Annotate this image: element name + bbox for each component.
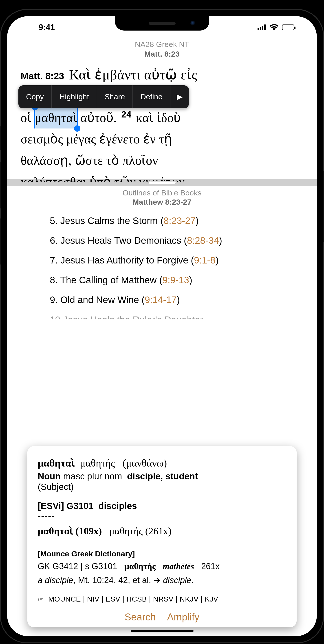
popup-headword: μαθηταὶ μαθητής (μανθάνω): [38, 457, 286, 469]
svg-rect-1: [260, 27, 261, 30]
outline-item[interactable]: 6. Jesus Heals Two Demoniacs (8:28-34): [50, 231, 303, 250]
home-indicator[interactable]: [131, 630, 194, 632]
verse-text: οἱ: [21, 111, 35, 125]
cellular-icon: [258, 24, 267, 30]
side-button: [0, 126, 1, 150]
popup-counts: μαθηταὶ (109x) μαθητής (261x): [38, 525, 286, 537]
grabber-handle[interactable]: [149, 182, 176, 184]
side-button: [323, 171, 324, 242]
share-button[interactable]: Share: [97, 85, 133, 108]
search-button[interactable]: Search: [125, 612, 156, 623]
outlines-title: Outlines of Bible Books: [7, 188, 317, 197]
status-icons: [258, 24, 303, 30]
verse-number: 24: [121, 110, 132, 119]
outline-list[interactable]: 5. Jesus Calms the Storm (8:23-27) 6. Je…: [7, 206, 317, 319]
outline-item[interactable]: 5. Jesus Calms the Storm (8:23-27): [50, 211, 303, 231]
word-info-popup: μαθηταὶ μαθητής (μανθάνω) Noun masc plur…: [27, 446, 297, 627]
outlines-subtitle: Matthew 8:23-27: [7, 198, 317, 206]
reference-label: Matt. 8:23: [7, 50, 317, 58]
verse-label: Matt. 8:23: [21, 71, 64, 81]
side-button: [0, 162, 1, 209]
side-button: [0, 218, 1, 265]
outline-ref[interactable]: 8:28-34: [187, 235, 219, 246]
version-links[interactable]: ☞ MOUNCE | NIV | ESV | HCSB | NRSV | NKJ…: [38, 595, 286, 603]
outline-item[interactable]: 10 Jesus Heals the Ruler's Daughter: [50, 310, 303, 319]
app-header: NA28 Greek NT Matt. 8:23: [7, 39, 317, 58]
phone-frame: 9:41 NA28 Greek NT Matt. 8:23 Matt. 8:23…: [0, 9, 324, 643]
verse-text: καὶ ἰδοὺ: [133, 111, 181, 125]
outlines-header: Outlines of Bible Books Matthew 8:23-27: [7, 186, 317, 206]
outline-ref[interactable]: 8:23-27: [164, 216, 196, 226]
dictionary-codes: GK G3412 | s G3101 μαθητής mathētēs 261x: [38, 561, 286, 571]
verse-line: σεισμὸς μέγας ἐγένετο ἐν τῇ: [21, 128, 303, 150]
outline-item[interactable]: 7. Jesus Has Authority to Forgive (9:1-8…: [50, 250, 303, 270]
battery-icon: [282, 24, 294, 30]
selection-start-caret[interactable]: [34, 107, 35, 128]
outline-ref[interactable]: 9:1-8: [194, 255, 216, 266]
define-button[interactable]: Define: [133, 85, 170, 108]
copy-button[interactable]: Copy: [18, 85, 52, 108]
verse-line: Καὶ ἐμβάντι αὐτῷ εἰς: [69, 67, 197, 82]
notch: [115, 16, 209, 30]
svg-rect-3: [264, 24, 266, 30]
verse-line: θαλάσσῃ, ὥστε τὸ πλοῖον: [21, 150, 303, 171]
more-button[interactable]: ▶: [170, 85, 189, 108]
outline-ref[interactable]: 9:9-13: [162, 275, 189, 285]
verse-text-area[interactable]: Matt. 8:23 Καὶ ἐμβάντι αὐτῷ εἰς Copy Hig…: [7, 58, 317, 182]
popup-parsing: Noun masc plur nom disciple, student: [38, 471, 286, 481]
popup-function: (Subject): [38, 482, 286, 492]
front-camera: [190, 21, 196, 26]
status-time: 9:41: [21, 23, 55, 32]
pointing-hand-icon: ☞: [38, 596, 44, 603]
amplify-button[interactable]: Amplify: [167, 612, 199, 623]
speaker: [149, 22, 176, 25]
context-menu: Copy Highlight Share Define ▶: [18, 85, 189, 108]
dictionary-definition: a disciple, Mt. 10:24, 42, et al. ➜ disc…: [38, 575, 286, 585]
screen: 9:41 NA28 Greek NT Matt. 8:23 Matt. 8:23…: [7, 16, 317, 636]
popup-actions: Search Amplify: [38, 612, 286, 623]
dictionary-heading: [Mounce Greek Dictionary]: [38, 550, 286, 558]
wifi-icon: [270, 24, 279, 30]
selected-word[interactable]: μαθηταὶ: [35, 107, 77, 128]
outline-item[interactable]: 8. The Calling of Matthew (9:9-13): [50, 270, 303, 290]
outline-item[interactable]: 9. Old and New Wine (9:14-17): [50, 290, 303, 310]
outline-ref[interactable]: 9:14-17: [145, 294, 177, 305]
source-label: NA28 Greek NT: [7, 40, 317, 49]
svg-rect-2: [262, 26, 263, 30]
svg-rect-0: [258, 28, 259, 30]
divider: -----: [38, 511, 286, 521]
context-menu-arrow-icon: [65, 102, 75, 106]
popup-interlinear: [ESVi] G3101 disciples: [38, 501, 286, 511]
verse-text: αὐτοῦ.: [77, 111, 120, 125]
